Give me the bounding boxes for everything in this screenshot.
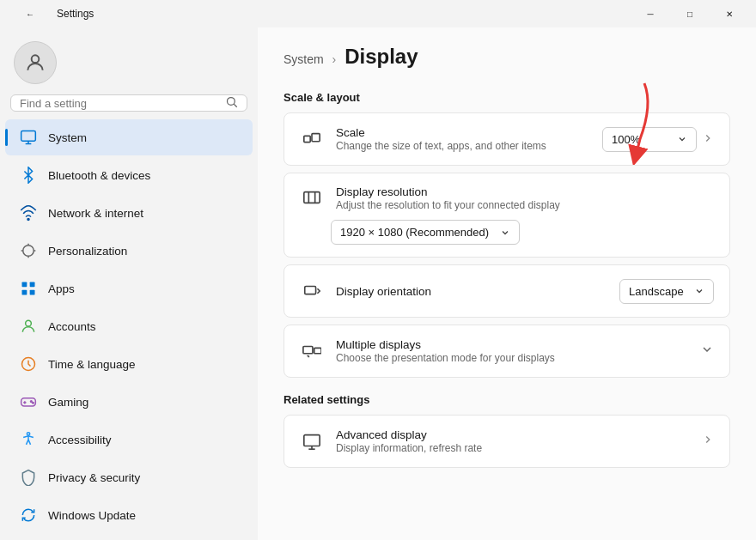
sidebar-item-gaming[interactable]: Gaming [5,384,253,420]
breadcrumb-parent: System [284,52,324,66]
accounts-icon [19,317,38,336]
svg-rect-21 [304,192,320,203]
apps-icon [19,279,38,298]
advanced-display-control [702,434,714,449]
breadcrumb-separator: › [332,52,337,66]
sidebar-item-apps-label: Apps [48,282,75,295]
advanced-display-icon [300,429,324,453]
close-button[interactable]: ✕ [710,0,749,27]
multiple-displays-expand-icon [700,343,714,360]
accessibility-icon [19,430,38,449]
maximize-button[interactable]: □ [670,0,710,27]
multiple-displays-subtitle: Choose the presentation mode for your di… [336,352,688,364]
sidebar-item-personalization[interactable]: Personalization [5,233,253,269]
svg-point-16 [31,401,33,403]
svg-rect-25 [303,347,313,354]
multiple-displays-icon [300,339,324,363]
scale-chevron-right [702,132,714,147]
privacy-icon [19,468,38,487]
svg-point-17 [33,402,34,403]
multiple-displays-text: Multiple displays Choose the presentatio… [336,338,688,364]
content-area: System › Display Scale & layout Scale Ch… [258,27,756,540]
svg-rect-8 [30,282,35,288]
svg-rect-7 [22,282,27,288]
app-body: System Bluetooth & devices Network & int… [0,27,756,540]
resolution-subtitle: Adjust the resolution to fit your connec… [336,199,714,211]
multiple-displays-row: Multiple displays Choose the presentatio… [284,325,729,377]
search-box[interactable] [10,94,247,112]
scale-card: Scale Change the size of text, apps, and… [284,112,730,166]
page-title-row: System › Display [284,45,730,74]
svg-rect-20 [312,134,320,142]
sidebar-item-accessibility-label: Accessibility [48,434,112,446]
advanced-display-row[interactable]: Advanced display Display information, re… [284,416,729,467]
sidebar-item-apps[interactable]: Apps [5,270,253,306]
resolution-dropdown-wrapper: 1920 × 1080 (Recommended) [300,220,520,245]
sidebar-item-system-label: System [48,131,87,144]
sidebar-item-update[interactable]: Windows Update [5,497,253,533]
resolution-dropdown[interactable]: 1920 × 1080 (Recommended) [331,220,520,245]
resolution-row: Display resolution Adjust the resolution… [284,173,729,257]
sidebar-item-network[interactable]: Network & internet [5,195,253,231]
svg-point-0 [32,55,40,63]
resolution-title: Display resolution [336,185,714,198]
update-icon [19,506,38,525]
app-title: Settings [57,8,94,20]
scale-text: Scale Change the size of text, apps, and… [336,126,590,152]
time-icon [19,355,38,373]
gaming-icon [19,392,38,411]
personalization-icon [19,241,38,260]
search-icon [225,95,238,111]
sidebar-item-time-label: Time & language [48,358,136,371]
multiple-displays-card: Multiple displays Choose the presentatio… [284,325,730,378]
minimize-button[interactable]: ─ [631,0,670,27]
sidebar-item-system[interactable]: System [5,119,253,155]
svg-rect-29 [304,435,320,446]
orientation-dropdown[interactable]: Landscape [619,279,714,304]
window-controls: ─ □ ✕ [631,0,749,27]
sidebar-item-personalization-label: Personalization [48,245,127,258]
section-label-scale: Scale & layout [284,91,730,104]
resolution-text: Display resolution Adjust the resolution… [336,185,714,211]
resolution-card: Display resolution Adjust the resolution… [284,173,730,258]
sidebar-item-accounts[interactable]: Accounts [5,308,253,344]
section-label-related: Related settings [284,393,730,406]
sidebar: System Bluetooth & devices Network & int… [0,27,258,540]
orientation-card: Display orientation Landscape [284,264,730,318]
scale-dropdown[interactable]: 100% [602,127,697,152]
sidebar-item-gaming-label: Gaming [48,396,88,409]
orientation-value: Landscape [629,285,684,298]
scale-subtitle: Change the size of text, apps, and other… [336,140,590,152]
resolution-value: 1920 × 1080 (Recommended) [340,226,489,239]
orientation-icon [300,279,324,303]
sidebar-item-time[interactable]: Time & language [5,346,253,382]
scale-control: 100% [602,127,714,152]
advanced-display-chevron-icon [702,434,714,449]
search-input[interactable] [20,97,225,110]
svg-point-11 [26,320,32,326]
sidebar-item-accessibility[interactable]: Accessibility [5,422,253,458]
orientation-control: Landscape [619,279,714,304]
title-bar: ← Settings ─ □ ✕ [0,0,756,27]
advanced-display-card: Advanced display Display information, re… [284,415,730,468]
bluetooth-icon [19,166,38,185]
scale-row: Scale Change the size of text, apps, and… [284,113,729,165]
system-icon [19,128,38,147]
scale-title: Scale [336,126,590,139]
breadcrumb-current: Display [344,45,418,68]
title-bar-left: ← Settings [10,0,94,27]
scale-value: 100% [612,133,640,146]
multiple-displays-control [700,343,714,360]
svg-rect-24 [305,287,316,294]
network-icon [19,203,38,222]
orientation-title: Display orientation [336,285,607,298]
svg-rect-26 [314,348,321,353]
svg-rect-3 [21,131,36,142]
sidebar-item-privacy[interactable]: Privacy & security [5,459,253,495]
sidebar-item-bluetooth[interactable]: Bluetooth & devices [5,157,253,193]
svg-rect-10 [30,290,35,295]
back-button[interactable]: ← [10,0,50,27]
sidebar-item-accounts-label: Accounts [48,320,96,333]
orientation-text: Display orientation [336,285,607,298]
orientation-row: Display orientation Landscape [284,265,729,317]
